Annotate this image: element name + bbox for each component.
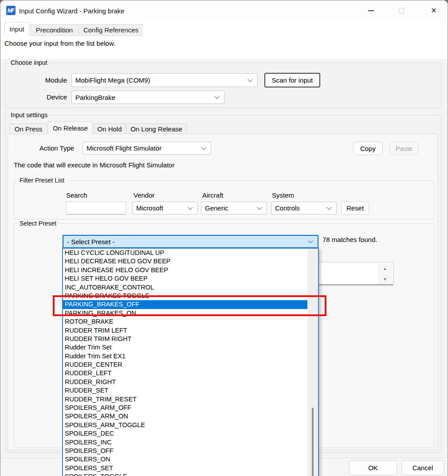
list-item[interactable]: SPOILERS_INC bbox=[63, 438, 307, 447]
screenshot-stage: MF Input Config Wizard - Parking brake ✕… bbox=[0, 0, 448, 476]
tab-on-long-release[interactable]: On Long Release bbox=[126, 123, 187, 134]
matches-found-text: 78 matches found. bbox=[322, 236, 377, 243]
tab-config-references[interactable]: Config References bbox=[79, 24, 142, 36]
preset-dropdown-list[interactable]: HELI CYCLIC LONGITUDINAL UPHELI DECREASE… bbox=[62, 248, 319, 476]
action-type-dropdown[interactable]: Microsoft Flight Simulator bbox=[83, 142, 211, 155]
list-item[interactable]: HELI INCREASE HELO GOV BEEP bbox=[63, 266, 307, 274]
list-item[interactable]: RUDDER TRIM LEFT bbox=[63, 326, 307, 335]
list-item[interactable]: ROTOR_BRAKE bbox=[63, 317, 307, 326]
paste-button: Paste bbox=[390, 142, 418, 155]
window-title: Input Config Wizard - Parking brake bbox=[19, 0, 125, 21]
list-item[interactable]: SPOILERS_ARM_ON bbox=[63, 412, 307, 420]
device-dropdown-value: ParkingBrake bbox=[75, 94, 115, 101]
list-item[interactable]: INC_AUTOBRAKE_CONTROL bbox=[63, 283, 307, 292]
chevron-down-icon bbox=[248, 77, 252, 82]
preset-list-items: HELI CYCLIC LONGITUDINAL UPHELI DECREASE… bbox=[63, 249, 318, 476]
mobiflight-logo-icon: MF bbox=[6, 6, 16, 15]
list-item[interactable]: RUDDER_SET bbox=[63, 386, 307, 395]
maximize-icon bbox=[399, 8, 404, 13]
tab-on-release[interactable]: On Release bbox=[48, 121, 93, 135]
spinner-down-button[interactable]: ▼ bbox=[378, 274, 392, 284]
vendor-dropdown[interactable]: Microsoft bbox=[132, 202, 198, 214]
device-dropdown[interactable]: ParkingBrake bbox=[71, 91, 224, 104]
chevron-down-icon bbox=[308, 238, 313, 243]
device-label: Device bbox=[27, 93, 67, 101]
list-item[interactable]: SPOILERS_ON bbox=[63, 455, 307, 464]
tab-input[interactable]: Input bbox=[4, 22, 29, 36]
list-scrollbar-track[interactable] bbox=[307, 249, 318, 476]
list-item[interactable]: SPOILERS_OFF bbox=[63, 447, 307, 455]
search-label: Search bbox=[66, 191, 87, 199]
module-label: Module bbox=[27, 76, 67, 84]
list-item[interactable]: RUDDER_CENTER bbox=[63, 361, 307, 369]
chevron-down-icon bbox=[326, 205, 331, 210]
list-item[interactable]: Rudder Trim Set bbox=[63, 343, 307, 352]
select-preset-dropdown[interactable]: - Select Preset - bbox=[63, 235, 318, 248]
chevron-down-icon bbox=[214, 94, 219, 99]
minimize-icon bbox=[368, 10, 374, 11]
input-config-wizard-window: MF Input Config Wizard - Parking brake ✕… bbox=[0, 0, 448, 476]
aircraft-dropdown-value: Generic bbox=[205, 204, 228, 212]
cancel-button[interactable]: Cancel bbox=[401, 460, 444, 475]
ok-button[interactable]: OK bbox=[349, 460, 397, 475]
list-item[interactable]: HELI DECREASE HELO GOV BEEP bbox=[63, 257, 307, 266]
chevron-down-icon bbox=[188, 205, 193, 210]
top-tab-strip: Input Precondition Config References Cho… bbox=[1, 21, 448, 59]
maximize-button bbox=[391, 4, 412, 18]
select-preset-legend: Select Preset bbox=[18, 220, 58, 227]
action-type-label: Action Type bbox=[39, 144, 74, 152]
tab-precondition[interactable]: Precondition bbox=[30, 24, 79, 36]
filter-preset-legend: Filter Preset List bbox=[18, 177, 66, 184]
code-note: The code that will execute in Microsoft … bbox=[14, 161, 175, 169]
list-item[interactable]: SPOILERS_ARM_TOGGLE bbox=[63, 421, 307, 429]
list-item[interactable]: RUDDER_LEFT bbox=[63, 369, 307, 377]
arrow-down-icon: ▼ bbox=[383, 277, 387, 282]
input-settings-legend: Input settings bbox=[9, 111, 49, 119]
close-button[interactable]: ✕ bbox=[424, 4, 444, 18]
system-dropdown-value: Controls bbox=[275, 204, 300, 212]
list-item[interactable]: SPOILERS_ARM_OFF bbox=[63, 404, 307, 412]
arrow-up-icon: ▲ bbox=[383, 266, 387, 271]
aircraft-label: Aircraft bbox=[202, 191, 224, 199]
module-dropdown-value: MobiFlight Mega (COM9) bbox=[75, 76, 150, 84]
intro-text: Choose your input from the list below. bbox=[4, 40, 115, 47]
list-item[interactable]: SPOILERS_TOGGLE bbox=[63, 472, 307, 476]
tab-on-hold[interactable]: On Hold bbox=[94, 123, 126, 134]
reset-button[interactable]: Reset bbox=[341, 201, 369, 215]
search-input[interactable] bbox=[66, 202, 126, 214]
action-type-dropdown-value: Microsoft Flight Simulator bbox=[86, 144, 161, 152]
title-bar[interactable]: MF Input Config Wizard - Parking brake ✕ bbox=[0, 0, 448, 21]
list-item[interactable]: RUDDER TRIM RIGHT bbox=[63, 335, 307, 343]
aircraft-dropdown[interactable]: Generic bbox=[201, 202, 267, 214]
list-item[interactable]: SPOILERS_SET bbox=[63, 464, 307, 472]
list-item[interactable]: SPOILERS_DEC bbox=[63, 429, 307, 438]
close-icon: ✕ bbox=[431, 7, 436, 14]
vendor-dropdown-value: Microsoft bbox=[136, 204, 163, 212]
choose-input-legend: Choose input bbox=[9, 59, 49, 66]
vendor-label: Vendor bbox=[134, 191, 155, 199]
chevron-down-icon bbox=[201, 145, 206, 150]
spinner-up-button[interactable]: ▲ bbox=[378, 263, 392, 274]
annotation-red-rectangle bbox=[53, 295, 326, 316]
list-item[interactable]: RUDDER_TRIM_RESET bbox=[63, 395, 307, 404]
scan-for-input-button[interactable]: Scan for input bbox=[264, 73, 320, 87]
select-preset-dropdown-value: - Select Preset - bbox=[67, 238, 115, 246]
tab-on-press[interactable]: On Press bbox=[9, 123, 47, 134]
list-item[interactable]: Rudder Trim Set EX1 bbox=[63, 352, 307, 361]
system-label: System bbox=[272, 191, 294, 199]
list-scrollbar-thumb[interactable] bbox=[312, 408, 314, 476]
module-dropdown[interactable]: MobiFlight Mega (COM9) bbox=[71, 73, 258, 87]
list-item[interactable]: HELI SET HELO GOV BEEP bbox=[63, 274, 307, 283]
list-item[interactable]: RUDDER_RIGHT bbox=[63, 378, 307, 386]
chevron-down-icon bbox=[257, 205, 262, 210]
minimize-button[interactable] bbox=[361, 4, 381, 18]
copy-button[interactable]: Copy bbox=[353, 142, 383, 155]
preset-value-spinner[interactable]: ▲ ▼ bbox=[318, 262, 393, 285]
system-dropdown[interactable]: Controls bbox=[271, 202, 337, 214]
list-item[interactable]: HELI CYCLIC LONGITUDINAL UP bbox=[63, 249, 307, 257]
